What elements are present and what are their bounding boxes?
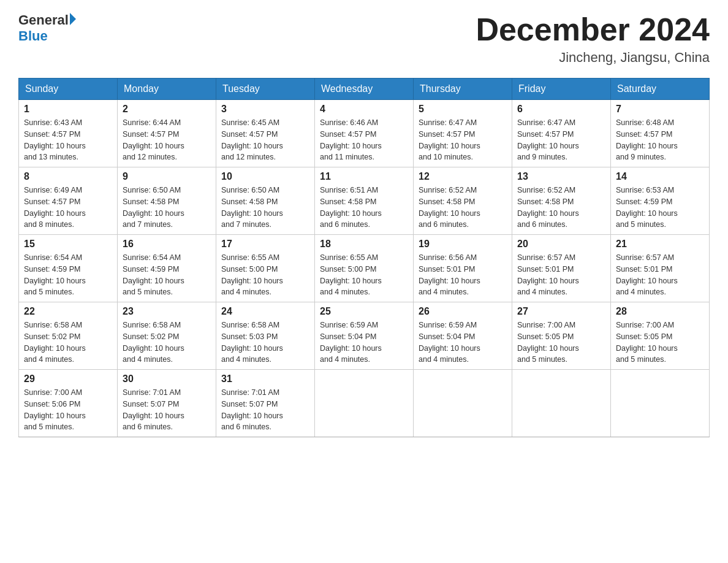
day-number: 1: [24, 104, 112, 115]
logo-general: General: [18, 12, 69, 28]
month-title: December 2024: [476, 12, 710, 47]
day-number: 24: [221, 306, 309, 317]
day-number: 19: [419, 239, 507, 250]
day-info: Sunrise: 6:52 AMSunset: 4:58 PMDaylight:…: [419, 185, 507, 231]
day-info: Sunrise: 6:49 AMSunset: 4:57 PMDaylight:…: [24, 185, 112, 231]
calendar-header-saturday: Saturday: [611, 79, 710, 100]
calendar-cell: 11Sunrise: 6:51 AMSunset: 4:58 PMDayligh…: [315, 167, 414, 235]
day-info: Sunrise: 7:00 AMSunset: 5:06 PMDaylight:…: [24, 387, 112, 433]
day-number: 5: [419, 104, 507, 115]
day-info: Sunrise: 7:01 AMSunset: 5:07 PMDaylight:…: [221, 387, 309, 433]
calendar-header-tuesday: Tuesday: [216, 79, 315, 100]
day-number: 20: [517, 239, 605, 250]
calendar-cell: 24Sunrise: 6:58 AMSunset: 5:03 PMDayligh…: [216, 302, 315, 370]
day-info: Sunrise: 6:58 AMSunset: 5:03 PMDaylight:…: [221, 320, 309, 366]
day-number: 29: [24, 373, 112, 385]
day-info: Sunrise: 6:59 AMSunset: 5:04 PMDaylight:…: [320, 320, 408, 366]
day-number: 14: [616, 171, 704, 182]
day-number: 6: [517, 104, 605, 115]
calendar-header-sunday: Sunday: [19, 79, 118, 100]
calendar-cell: [414, 370, 512, 437]
calendar-week-row: 22Sunrise: 6:58 AMSunset: 5:02 PMDayligh…: [19, 302, 710, 370]
day-info: Sunrise: 6:50 AMSunset: 4:58 PMDaylight:…: [221, 185, 309, 231]
calendar-cell: 15Sunrise: 6:54 AMSunset: 4:59 PMDayligh…: [19, 235, 118, 302]
day-number: 3: [221, 104, 309, 115]
day-number: 25: [320, 306, 408, 317]
day-info: Sunrise: 6:52 AMSunset: 4:58 PMDaylight:…: [517, 185, 605, 231]
day-number: 2: [123, 104, 211, 115]
calendar-cell: 14Sunrise: 6:53 AMSunset: 4:59 PMDayligh…: [611, 167, 710, 235]
day-number: 9: [123, 171, 211, 182]
day-number: 31: [221, 373, 309, 385]
calendar-cell: 2Sunrise: 6:44 AMSunset: 4:57 PMDaylight…: [118, 100, 216, 167]
day-info: Sunrise: 6:53 AMSunset: 4:59 PMDaylight:…: [616, 185, 704, 231]
calendar-week-row: 8Sunrise: 6:49 AMSunset: 4:57 PMDaylight…: [19, 167, 710, 235]
calendar-cell: 21Sunrise: 6:57 AMSunset: 5:01 PMDayligh…: [611, 235, 710, 302]
calendar-cell: 3Sunrise: 6:45 AMSunset: 4:57 PMDaylight…: [216, 100, 315, 167]
day-number: 12: [419, 171, 507, 182]
calendar-table: SundayMondayTuesdayWednesdayThursdayFrid…: [18, 78, 710, 437]
day-number: 13: [517, 171, 605, 182]
calendar-cell: 26Sunrise: 6:59 AMSunset: 5:04 PMDayligh…: [414, 302, 512, 370]
day-number: 4: [320, 104, 408, 115]
calendar-header-row: SundayMondayTuesdayWednesdayThursdayFrid…: [19, 79, 710, 100]
calendar-cell: [512, 370, 611, 437]
day-number: 15: [24, 239, 112, 250]
calendar-cell: [611, 370, 710, 437]
calendar-cell: 12Sunrise: 6:52 AMSunset: 4:58 PMDayligh…: [414, 167, 512, 235]
day-info: Sunrise: 6:54 AMSunset: 4:59 PMDaylight:…: [123, 252, 211, 298]
day-number: 10: [221, 171, 309, 182]
day-number: 23: [123, 306, 211, 317]
day-number: 26: [419, 306, 507, 317]
day-info: Sunrise: 6:57 AMSunset: 5:01 PMDaylight:…: [616, 252, 704, 298]
day-info: Sunrise: 6:50 AMSunset: 4:58 PMDaylight:…: [123, 185, 211, 231]
calendar-week-row: 1Sunrise: 6:43 AMSunset: 4:57 PMDaylight…: [19, 100, 710, 167]
day-info: Sunrise: 6:56 AMSunset: 5:01 PMDaylight:…: [419, 252, 507, 298]
calendar-week-row: 15Sunrise: 6:54 AMSunset: 4:59 PMDayligh…: [19, 235, 710, 302]
day-number: 16: [123, 239, 211, 250]
day-info: Sunrise: 6:45 AMSunset: 4:57 PMDaylight:…: [221, 117, 309, 163]
day-info: Sunrise: 6:47 AMSunset: 4:57 PMDaylight:…: [419, 117, 507, 163]
calendar-header-thursday: Thursday: [414, 79, 512, 100]
day-info: Sunrise: 6:57 AMSunset: 5:01 PMDaylight:…: [517, 252, 605, 298]
page-header: General Blue December 2024 Jincheng, Jia…: [18, 12, 710, 66]
day-info: Sunrise: 7:00 AMSunset: 5:05 PMDaylight:…: [616, 320, 704, 366]
day-info: Sunrise: 6:55 AMSunset: 5:00 PMDaylight:…: [320, 252, 408, 298]
day-info: Sunrise: 6:58 AMSunset: 5:02 PMDaylight:…: [24, 320, 112, 366]
calendar-cell: 4Sunrise: 6:46 AMSunset: 4:57 PMDaylight…: [315, 100, 414, 167]
day-info: Sunrise: 6:46 AMSunset: 4:57 PMDaylight:…: [320, 117, 408, 163]
day-info: Sunrise: 6:55 AMSunset: 5:00 PMDaylight:…: [221, 252, 309, 298]
day-number: 27: [517, 306, 605, 317]
calendar-cell: 18Sunrise: 6:55 AMSunset: 5:00 PMDayligh…: [315, 235, 414, 302]
day-number: 18: [320, 239, 408, 250]
calendar-cell: 19Sunrise: 6:56 AMSunset: 5:01 PMDayligh…: [414, 235, 512, 302]
calendar-cell: 10Sunrise: 6:50 AMSunset: 4:58 PMDayligh…: [216, 167, 315, 235]
calendar-cell: 30Sunrise: 7:01 AMSunset: 5:07 PMDayligh…: [118, 370, 216, 437]
day-number: 28: [616, 306, 704, 317]
calendar-header-monday: Monday: [118, 79, 216, 100]
day-info: Sunrise: 7:01 AMSunset: 5:07 PMDaylight:…: [123, 387, 211, 433]
calendar-cell: 28Sunrise: 7:00 AMSunset: 5:05 PMDayligh…: [611, 302, 710, 370]
calendar-cell: 16Sunrise: 6:54 AMSunset: 4:59 PMDayligh…: [118, 235, 216, 302]
calendar-cell: 22Sunrise: 6:58 AMSunset: 5:02 PMDayligh…: [19, 302, 118, 370]
location-text: Jincheng, Jiangsu, China: [476, 50, 710, 66]
calendar-cell: 23Sunrise: 6:58 AMSunset: 5:02 PMDayligh…: [118, 302, 216, 370]
day-number: 7: [616, 104, 704, 115]
calendar-cell: 17Sunrise: 6:55 AMSunset: 5:00 PMDayligh…: [216, 235, 315, 302]
day-number: 21: [616, 239, 704, 250]
day-info: Sunrise: 6:48 AMSunset: 4:57 PMDaylight:…: [616, 117, 704, 163]
day-info: Sunrise: 6:43 AMSunset: 4:57 PMDaylight:…: [24, 117, 112, 163]
calendar-cell: 29Sunrise: 7:00 AMSunset: 5:06 PMDayligh…: [19, 370, 118, 437]
calendar-cell: 5Sunrise: 6:47 AMSunset: 4:57 PMDaylight…: [414, 100, 512, 167]
day-info: Sunrise: 6:58 AMSunset: 5:02 PMDaylight:…: [123, 320, 211, 366]
calendar-cell: 20Sunrise: 6:57 AMSunset: 5:01 PMDayligh…: [512, 235, 611, 302]
logo-blue: Blue: [18, 28, 76, 44]
day-number: 8: [24, 171, 112, 182]
calendar-cell: 1Sunrise: 6:43 AMSunset: 4:57 PMDaylight…: [19, 100, 118, 167]
logo: General Blue: [18, 12, 76, 44]
logo-arrow-icon: [70, 13, 76, 25]
day-info: Sunrise: 6:54 AMSunset: 4:59 PMDaylight:…: [24, 252, 112, 298]
calendar-cell: [315, 370, 414, 437]
calendar-week-row: 29Sunrise: 7:00 AMSunset: 5:06 PMDayligh…: [19, 370, 710, 437]
day-number: 22: [24, 306, 112, 317]
